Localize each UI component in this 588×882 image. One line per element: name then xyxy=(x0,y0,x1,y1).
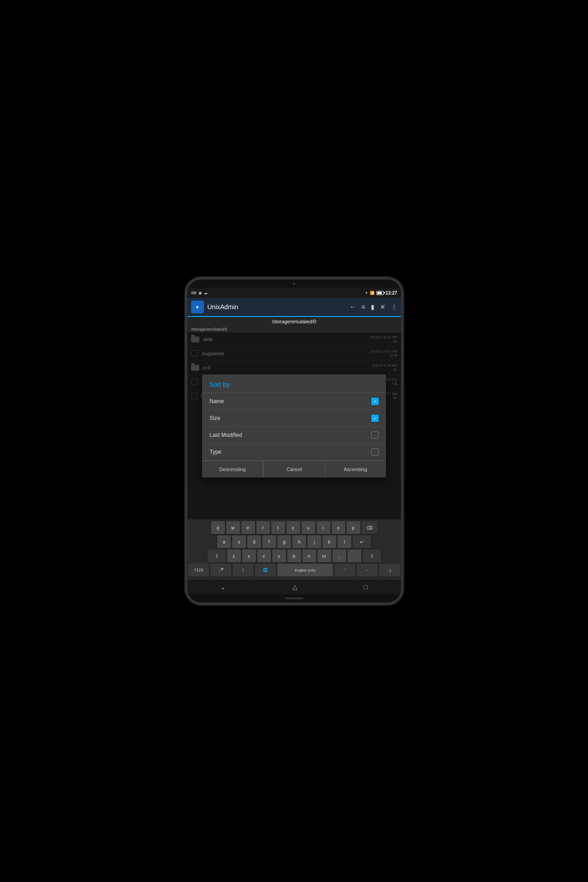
sort-option-type[interactable]: Type xyxy=(202,444,385,461)
key-lang[interactable]: 🌐 xyxy=(255,564,276,576)
size-checkbox[interactable]: ✓ xyxy=(371,415,379,422)
logo-text: ♦ xyxy=(196,304,198,310)
key-v[interactable]: v xyxy=(272,550,286,562)
battery-fill xyxy=(377,292,382,294)
key-dash[interactable]: - xyxy=(357,564,378,576)
key-s[interactable]: s xyxy=(232,535,246,548)
status-left-icons: ⌨ ▣ ☁ xyxy=(191,291,208,295)
cancel-button[interactable]: Cancel xyxy=(263,461,325,477)
key-t[interactable]: t xyxy=(271,521,285,534)
nav-bar: ⌄ △ □ xyxy=(187,580,401,594)
path-bar: /storage/emulated/0 xyxy=(187,317,401,326)
lastmod-checkbox[interactable] xyxy=(371,431,379,439)
dialog-title: Sort by xyxy=(202,374,385,393)
nav-recents-icon[interactable]: □ xyxy=(364,583,367,591)
key-g[interactable]: g xyxy=(277,535,291,548)
sort-option-size-label: Size xyxy=(209,415,371,421)
descending-button[interactable]: Descending xyxy=(202,461,263,477)
device-bottom xyxy=(187,594,401,602)
key-p[interactable]: p xyxy=(347,521,360,534)
status-bar: ⌨ ▣ ☁ ✦ 📶 13:27 xyxy=(187,288,401,298)
file-list: .aide 6/23/13 8:23 PM dir .bugsense 7/27… xyxy=(187,332,401,519)
more-action-icon[interactable]: ⋮ xyxy=(391,303,397,311)
app-bar-actions: ← ≡ ▮ ✕ ⋮ xyxy=(349,303,397,311)
key-numbers[interactable]: ?123 xyxy=(188,564,209,576)
app-title: UnixAdmin xyxy=(208,303,350,311)
nav-home-icon[interactable]: △ xyxy=(292,583,297,591)
key-l[interactable]: l xyxy=(338,535,351,548)
sort-option-last-modified[interactable]: Last Modified xyxy=(202,427,385,444)
key-a[interactable]: a xyxy=(217,535,231,548)
key-emoji[interactable]: :-) xyxy=(379,564,400,576)
ascending-button[interactable]: Ascending xyxy=(325,461,386,477)
close-action-icon[interactable]: ✕ xyxy=(380,303,385,311)
keyboard-row-4: ?123 🎤 / 🌐 English (US) ' - :-) xyxy=(188,564,400,576)
key-comma[interactable]: , xyxy=(333,550,346,562)
key-slash[interactable]: / xyxy=(233,564,254,576)
key-f[interactable]: f xyxy=(262,535,276,548)
sort-option-lastmod-label: Last Modified xyxy=(209,432,371,438)
battery-icon xyxy=(376,291,384,295)
sort-dialog: Sort by Name ✓ Size ✓ Last Modified xyxy=(202,374,385,477)
dialog-buttons: Descending Cancel Ascending xyxy=(202,461,385,477)
type-checkbox[interactable] xyxy=(371,448,379,456)
key-m[interactable]: m xyxy=(317,550,331,562)
home-indicator xyxy=(285,597,303,599)
wifi-icon: 📶 xyxy=(370,291,375,295)
sort-option-type-label: Type xyxy=(209,449,371,455)
key-j[interactable]: j xyxy=(307,535,321,548)
sort-option-size[interactable]: Size ✓ xyxy=(202,410,385,427)
key-delete[interactable]: ⌫ xyxy=(362,521,377,534)
key-b[interactable]: b xyxy=(287,550,301,562)
key-x[interactable]: x xyxy=(242,550,256,562)
key-e[interactable]: e xyxy=(241,521,255,534)
app-bar: ♦ UnixAdmin ← ≡ ▮ ✕ ⋮ xyxy=(187,298,401,317)
key-mic[interactable]: 🎤 xyxy=(210,564,231,576)
key-d[interactable]: d xyxy=(247,535,261,548)
key-apostrophe[interactable]: ' xyxy=(334,564,355,576)
key-shift-left[interactable]: ⇧ xyxy=(208,550,226,562)
sort-option-name[interactable]: Name ✓ xyxy=(202,393,385,410)
key-w[interactable]: w xyxy=(226,521,240,534)
keyboard-status-icon: ⌨ xyxy=(191,291,197,295)
keyboard-row-1: q w e r t y u i o p ⌫ xyxy=(188,521,400,534)
device-frame: ⌨ ▣ ☁ ✦ 📶 13:27 ♦ UnixAdmin ← ≡ ▮ xyxy=(185,277,404,605)
key-u[interactable]: u xyxy=(302,521,315,534)
key-z[interactable]: z xyxy=(227,550,241,562)
status-right-icons: ✦ 📶 13:27 xyxy=(365,291,397,296)
device-top xyxy=(187,280,401,288)
nav-back-icon[interactable]: ⌄ xyxy=(220,583,226,591)
key-q[interactable]: q xyxy=(211,521,225,534)
sub-path-bar: /storage/emulated/0 xyxy=(187,326,401,332)
save-action-icon[interactable]: ▮ xyxy=(371,303,375,311)
key-k[interactable]: k xyxy=(323,535,336,548)
bluetooth-icon: ✦ xyxy=(365,291,368,295)
dialog-overlay: Sort by Name ✓ Size ✓ Last Modified xyxy=(187,332,401,519)
keyboard-row-3: ⇧ z x c v b n m , . ⇧ xyxy=(188,550,400,562)
screen: ⌨ ▣ ☁ ✦ 📶 13:27 ♦ UnixAdmin ← ≡ ▮ xyxy=(187,288,401,594)
status-time: 13:27 xyxy=(385,291,397,296)
key-o[interactable]: o xyxy=(332,521,345,534)
key-y[interactable]: y xyxy=(286,521,300,534)
key-n[interactable]: n xyxy=(302,550,316,562)
key-enter[interactable]: ↵ xyxy=(353,535,371,548)
filter-action-icon[interactable]: ≡ xyxy=(361,303,365,311)
sub-path: /storage/emulated/0 xyxy=(191,327,397,332)
sort-option-name-label: Name xyxy=(209,398,371,405)
key-i[interactable]: i xyxy=(317,521,330,534)
app-logo: ♦ xyxy=(191,301,204,313)
key-shift-right[interactable]: ⇧ xyxy=(363,550,381,562)
key-period[interactable]: . xyxy=(348,550,361,562)
camera-dot xyxy=(293,282,296,285)
nfc-status-icon: ▣ xyxy=(198,291,202,295)
key-c[interactable]: c xyxy=(257,550,271,562)
main-path: /storage/emulated/0 xyxy=(191,319,397,324)
key-r[interactable]: r xyxy=(256,521,270,534)
back-action-icon[interactable]: ← xyxy=(349,303,356,311)
keyboard: q w e r t y u i o p ⌫ a s d f g h j xyxy=(187,519,401,580)
cloud-status-icon: ☁ xyxy=(204,291,208,295)
key-h[interactable]: h xyxy=(292,535,306,548)
name-checkbox[interactable]: ✓ xyxy=(371,398,379,405)
key-space[interactable]: English (US) xyxy=(277,564,333,576)
keyboard-row-2: a s d f g h j k l ↵ xyxy=(188,535,400,548)
